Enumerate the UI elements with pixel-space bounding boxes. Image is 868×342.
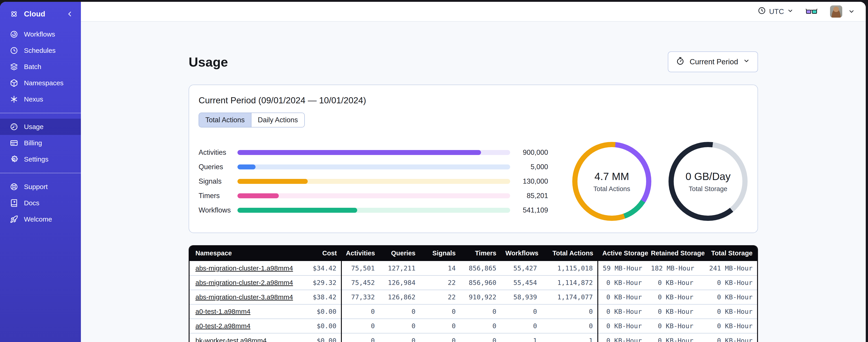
sidebar-item-batch[interactable]: Batch [0,59,81,75]
workflows-cell: 1 [501,333,541,342]
queries-cell: 126,984 [379,275,420,290]
bar-row-activities: Activities 900,000 [198,145,548,160]
col-cost: Cost [299,245,341,261]
bar-label: Timers [198,192,238,200]
col-queries: Queries [379,245,420,261]
sidebar-item-usage[interactable]: Usage [0,119,81,135]
donut-value: 0 GB/Day [685,170,731,182]
bar-track [238,208,510,213]
tab-total-actions[interactable]: Total Actions [199,113,251,127]
sidebar-item-settings[interactable]: Settings [0,151,81,167]
sidebar-item-support[interactable]: Support [0,179,81,195]
active-storage-cell: 0 KB-Hour [598,304,646,319]
sidebar-item-namespaces[interactable]: Namespaces [0,75,81,91]
retained-storage-cell: 0 KB-Hour [646,290,698,304]
cost-cell: $0.00 [299,304,341,319]
active-storage-cell: 0 KB-Hour [598,319,646,333]
welcome-rocket-icon [10,215,18,223]
bar-label: Queries [198,163,238,171]
bar-track [238,179,510,184]
signals-cell: 22 [420,290,460,304]
account-menu-chevron-icon[interactable] [848,8,855,15]
namespace-link[interactable]: a0-test-1.a98mm4 [195,308,250,315]
sidebar-item-label: Settings [24,156,48,163]
cost-cell: $38.42 [299,290,341,304]
namespace-cell: a0-test-2.a98mm4 [190,319,299,333]
sidebar-item-billing[interactable]: Billing [0,135,81,151]
user-avatar[interactable] [830,5,842,18]
activities-cell: 75,452 [341,275,379,290]
sidebar-item-label: Schedules [24,47,56,55]
col-namespace: Namespace [190,245,299,261]
sidebar: Cloud Workflows Schedules [0,2,81,342]
workflows-cell: 55,454 [501,275,541,290]
table-row: a0-test-1.a98mm4 $0.00 0 0 0 0 0 0 0 KB-… [190,304,757,319]
sidebar-divider [0,173,81,173]
brand-row: Cloud [0,2,81,26]
total-actions-cell: 1,114,872 [541,275,598,290]
namespace-link[interactable]: a0-test-2.a98mm4 [195,322,250,330]
app-window: Cloud Workflows Schedules [0,2,866,342]
bar-value: 5,000 [510,163,548,171]
namespace-cell: abs-migration-cluster-3.a98mm4 [190,290,299,304]
period-range-title: Current Period (09/01/2024 — 10/01/2024) [198,95,748,105]
col-timers: Timers [460,245,501,261]
sidebar-item-label: Namespaces [24,79,63,87]
bar-track [238,193,510,198]
sidebar-item-welcome[interactable]: Welcome [0,211,81,228]
namespace-link[interactable]: abs-migration-cluster-1.a98mm4 [195,264,293,272]
total-actions-cell: 0 [541,319,598,333]
sidebar-item-schedules[interactable]: Schedules [0,42,81,59]
cost-cell: $0.00 [299,319,341,333]
table-header-row: Namespace Cost Activities Queries Signal… [190,245,757,261]
col-active-storage: Active Storage [598,245,646,261]
signals-cell: 0 [420,333,460,342]
cost-cell: $0.00 [299,333,341,342]
table-row: abs-migration-cluster-2.a98mm4 $29.32 75… [190,275,757,290]
period-selector-button[interactable]: Current Period [668,52,758,72]
namespace-link[interactable]: bk-worker-test.a98mm4 [195,337,267,342]
activities-cell: 0 [341,319,379,333]
sidebar-item-workflows[interactable]: Workflows [0,26,81,42]
namespace-usage-table: Namespace Cost Activities Queries Signal… [189,245,758,342]
page-title: Usage [189,55,228,69]
queries-cell: 0 [379,333,420,342]
signals-cell: 0 [420,304,460,319]
col-activities: Activities [341,245,379,261]
bar-label: Workflows [198,206,238,214]
page-content: Usage Current Period Current Period (09/… [81,22,866,342]
retained-storage-cell: 0 KB-Hour [646,333,698,342]
sidebar-divider [0,113,81,113]
namespace-cell: a0-test-1.a98mm4 [190,304,299,319]
namespace-link[interactable]: abs-migration-cluster-3.a98mm4 [195,293,293,301]
sidebar-item-docs[interactable]: Docs [0,195,81,211]
queries-cell: 127,211 [379,261,420,275]
total-actions-cell: 1,174,077 [541,290,598,304]
active-storage-cell: 0 KB-Hour [598,290,646,304]
col-workflows: Workflows [501,245,541,261]
workflows-cell: 58,939 [501,290,541,304]
bar-fill [238,208,357,213]
queries-cell: 126,862 [379,290,420,304]
sidebar-item-nexus[interactable]: Nexus [0,91,81,107]
signals-cell: 14 [420,261,460,275]
active-storage-cell: 59 MB-Hour [598,261,646,275]
total-actions-donut: 4.7 MM Total Actions [572,142,651,221]
bar-track [238,150,510,155]
batch-layers-icon [10,63,18,71]
tab-daily-actions[interactable]: Daily Actions [251,113,304,127]
workflows-icon [10,30,18,38]
timezone-selector[interactable]: UTC [758,6,794,16]
activities-cell: 77,332 [341,290,379,304]
namespace-cell: abs-migration-cluster-2.a98mm4 [190,275,299,290]
bar-value: 900,000 [510,148,548,157]
nexus-asterisk-icon [10,95,18,103]
total-storage-cell: 0 KB-Hour [698,290,757,304]
table-row: abs-migration-cluster-1.a98mm4 $34.42 75… [190,261,757,275]
namespace-link[interactable]: abs-migration-cluster-2.a98mm4 [195,279,293,286]
activities-cell: 0 [341,333,379,342]
collapse-sidebar-icon[interactable] [66,10,73,18]
retained-storage-cell: 0 KB-Hour [646,275,698,290]
labs-3d-glasses-icon[interactable] [806,8,817,15]
bar-row-workflows: Workflows 541,109 [198,203,548,217]
